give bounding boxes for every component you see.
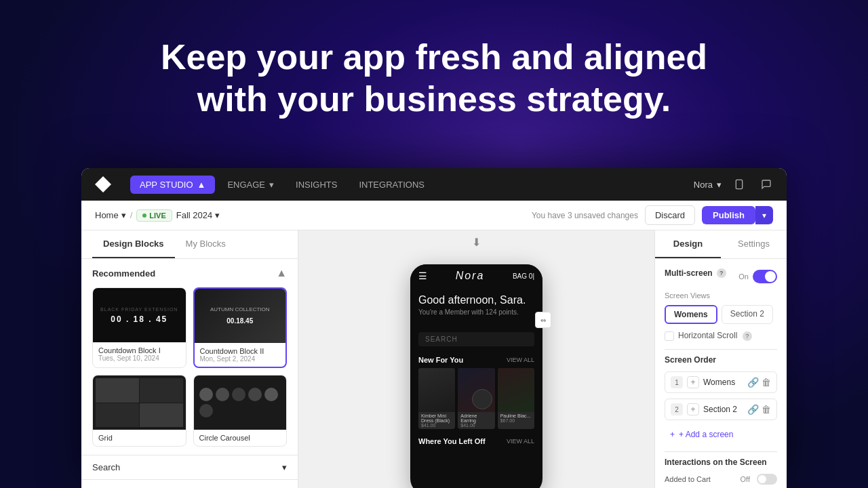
order-actions-2: 🔗 🗑 [747, 404, 771, 415]
multiscreen-toggle[interactable] [753, 270, 777, 283]
chevron-down-icon: ▾ [282, 462, 287, 472]
order-name-1: Womens [703, 378, 743, 387]
recommended-section: Recommended ▲ BLACK FRIDAY EXTENSION 00 … [81, 259, 298, 455]
tab-my-blocks[interactable]: My Blocks [175, 230, 237, 258]
horizontal-scroll-row: Horizontal Scroll ? [665, 331, 777, 341]
phone-bag: BAG 0| [513, 272, 534, 280]
device-preview-button[interactable] [730, 175, 749, 194]
tab-settings[interactable]: Settings [721, 230, 787, 258]
block-grid[interactable]: Grid [92, 375, 186, 447]
block-countdown-2[interactable]: AUTUMN COLLECTION 00.18.45 Countdown Blo… [193, 287, 288, 368]
recommended-toggle[interactable]: ▲ [276, 267, 287, 279]
link-icon-2[interactable]: 🔗 [747, 404, 759, 415]
branch-selector[interactable]: Fall 2024 ▾ [176, 210, 220, 220]
multiscreen-info-icon[interactable]: ? [717, 268, 726, 278]
live-badge: LIVE [136, 209, 172, 222]
order-num-2: 2 [671, 403, 683, 415]
view-all-link[interactable]: VIEW ALL [507, 357, 534, 363]
order-num-1: 1 [671, 376, 683, 388]
divider-2 [665, 451, 777, 452]
screen-views-label: Screen Views [665, 291, 777, 300]
order-plus-1[interactable]: + [687, 376, 699, 388]
nav-item-insights[interactable]: INSIGHTS [286, 176, 347, 194]
main-canvas: ⬇ ☰ Nora BAG 0| Good afternoon, Sara. Yo… [298, 230, 654, 488]
logo-diamond [95, 176, 111, 192]
added-to-cart-toggle[interactable] [757, 474, 777, 485]
horizontal-scroll-checkbox[interactable] [665, 331, 674, 341]
search-section[interactable]: Search ▾ [81, 455, 298, 479]
media-section[interactable]: Media ▾ [81, 479, 298, 488]
home-breadcrumb[interactable]: Home ▾ [95, 210, 126, 220]
delete-icon-1[interactable]: 🗑 [762, 377, 771, 388]
content-area: Design Blocks My Blocks Recommended ▲ [81, 230, 787, 488]
phone-brand: Nora [456, 270, 485, 282]
order-name-2: Section 2 [703, 405, 743, 414]
multiscreen-label: Multi-screen ? [665, 268, 726, 278]
phone-greeting: Good afternoon, Sara. [418, 294, 534, 306]
order-actions-1: 🔗 🗑 [747, 377, 771, 388]
hero-text: Keep your app fresh and aligned with you… [161, 36, 707, 121]
tab-design[interactable]: Design [655, 230, 721, 258]
publish-group: Publish ▾ [702, 206, 773, 224]
delete-icon-2[interactable]: 🗑 [762, 404, 771, 415]
horizontal-scroll-info-icon[interactable]: ? [743, 331, 752, 341]
logo[interactable] [92, 174, 114, 195]
nav-item-app-studio[interactable]: APP STUDIO ▲ [130, 176, 215, 194]
breadcrumb-separator: / [130, 210, 133, 220]
phone-menu-icon: ☰ [418, 270, 427, 281]
resize-handle[interactable]: ⇔ [535, 312, 551, 328]
publish-dropdown-button[interactable]: ▾ [755, 206, 773, 224]
where-left-off-label: Where You Left Off [418, 437, 486, 445]
blocks-grid: BLACK FRIDAY EXTENSION 00 . 18 . 45 Coun… [92, 287, 287, 447]
chevron-down-icon: ▾ [269, 180, 274, 190]
divider-1 [665, 349, 777, 350]
multiscreen-value: On [738, 272, 749, 281]
toolbar: Home ▾ / LIVE Fall 2024 ▾ You have 3 uns… [81, 201, 787, 230]
horizontal-scroll-label: Horizontal Scroll ? [678, 331, 752, 341]
multiscreen-toggle-row: Multi-screen ? On [665, 268, 777, 285]
phone-section-header: New For You VIEW ALL [410, 352, 542, 368]
nav-right: Nora ▾ [694, 175, 776, 194]
right-panel: Design Settings Multi-screen ? On [654, 230, 787, 488]
recommended-header: Recommended ▲ [92, 267, 287, 279]
new-for-you-label: New For You [418, 356, 463, 364]
tab-design-blocks[interactable]: Design Blocks [92, 230, 175, 258]
where-left-off-view-all[interactable]: VIEW ALL [507, 438, 534, 445]
phone-mockup: ☰ Nora BAG 0| Good afternoon, Sara. You'… [410, 264, 542, 488]
download-icon[interactable]: ⬇ [472, 236, 481, 249]
screen-pill-section2[interactable]: Section 2 [722, 305, 773, 324]
left-sidebar: Design Blocks My Blocks Recommended ▲ [81, 230, 298, 488]
sidebar-tabs: Design Blocks My Blocks [81, 230, 298, 259]
toolbar-right: You have 3 unsaved changes Discard Publi… [532, 205, 773, 225]
phone-product-3[interactable]: Pauline Blac... $67.00 [498, 368, 534, 429]
interactions-label: Interactions on the Screen [665, 458, 777, 467]
screen-pill-womens[interactable]: Womens [665, 305, 717, 324]
order-plus-2[interactable]: + [687, 403, 699, 415]
screen-order-label: Screen Order [665, 355, 777, 365]
phone-greeting-section: Good afternoon, Sara. You're a Member wi… [410, 287, 542, 327]
publish-button[interactable]: Publish [702, 206, 755, 224]
nav-item-integrations[interactable]: INTEGRATIONS [349, 176, 434, 194]
nav-user[interactable]: Nora ▾ [694, 180, 722, 190]
block-circle-carousel[interactable]: Circle Carousel [193, 375, 288, 447]
right-panel-tabs: Design Settings [655, 230, 787, 259]
phone-product-2[interactable]: Adriene Earring $41.00 [458, 368, 494, 429]
chevron-down-icon: ▾ [717, 180, 722, 190]
phone-subtitle: You're a Member with 124 points. [418, 308, 534, 316]
where-left-off-header: Where You Left Off VIEW ALL [410, 433, 542, 449]
nav-item-engage[interactable]: ENGAGE ▾ [218, 176, 283, 194]
block-countdown-1[interactable]: BLACK FRIDAY EXTENSION 00 . 18 . 45 Coun… [92, 287, 186, 368]
discard-button[interactable]: Discard [645, 205, 695, 225]
phone-search-bar[interactable]: SEARCH [418, 332, 534, 346]
add-screen-button[interactable]: + + Add a screen [665, 426, 777, 443]
top-navbar: APP STUDIO ▲ ENGAGE ▾ INSIGHTS INTEGRATI… [81, 168, 787, 201]
toolbar-left: Home ▾ / LIVE Fall 2024 ▾ [95, 209, 526, 222]
app-window: APP STUDIO ▲ ENGAGE ▾ INSIGHTS INTEGRATI… [81, 168, 787, 488]
comments-button[interactable] [757, 175, 776, 194]
chevron-down-icon: ▾ [215, 210, 220, 220]
link-icon-1[interactable]: 🔗 [747, 377, 759, 388]
unsaved-changes-text: You have 3 unsaved changes [532, 211, 638, 220]
hero-section: Keep your app fresh and aligned with you… [0, 0, 868, 156]
phone-product-1[interactable]: Kimber Mini Dress (Black) $41.00 [418, 368, 455, 429]
phone-topbar: ☰ Nora BAG 0| [410, 264, 542, 287]
